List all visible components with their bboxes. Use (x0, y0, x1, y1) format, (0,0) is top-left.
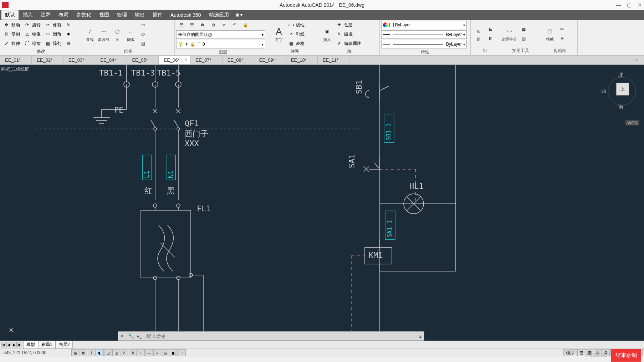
lwt-toggle[interactable]: — (145, 349, 153, 356)
measure-button[interactable]: ⟷定距等分 (501, 25, 518, 43)
offset-button[interactable]: ⊟ (63, 39, 73, 48)
menu-tab-layout[interactable]: 布局 (55, 10, 72, 20)
color-dropdown[interactable]: ByLayer▾ (381, 21, 467, 29)
util-1-button[interactable]: ▦ (518, 25, 528, 33)
erase-button[interactable]: ✎ (63, 21, 73, 29)
linear-dim-button[interactable]: ⟷线性 (286, 21, 306, 29)
lineweight-dropdown[interactable]: ByLayer▾ (381, 30, 467, 39)
tab-next-button[interactable]: ▶ (12, 342, 17, 347)
doc-tab[interactable]: EE_04* (95, 56, 127, 64)
layer-prev-button[interactable]: ↶ (230, 21, 240, 29)
view-cube[interactable]: 北 西 南 上 WCS (601, 72, 640, 125)
ungroup-button[interactable]: ⊟ (486, 25, 496, 33)
rectangle-button[interactable]: ▭ (138, 21, 148, 29)
create-block-button[interactable]: ✚创建 (334, 21, 363, 29)
command-input[interactable] (144, 333, 417, 339)
snap-toggle[interactable]: ▦ (71, 349, 79, 356)
layer-freeze-button[interactable]: ❄ (198, 21, 208, 29)
menu-tab-a360[interactable]: Autodesk 360 (167, 11, 205, 19)
cmdline-options-button[interactable]: 🔧 (127, 333, 135, 339)
hatch-button[interactable]: ▤ (138, 39, 148, 48)
layer-match-button[interactable]: ≋ (219, 21, 229, 29)
close-button[interactable]: ✕ (637, 2, 643, 8)
drawing-canvas[interactable] (0, 65, 644, 341)
trim-button[interactable]: ✂修剪 (43, 21, 63, 29)
stretch-button[interactable]: ⤢拉伸 (1, 39, 21, 48)
util-2-button[interactable]: ▤ (518, 34, 528, 43)
menu-tab-default[interactable]: 默认 (1, 10, 19, 20)
insert-block-button[interactable]: ▣插入 (321, 26, 333, 43)
ortho-toggle[interactable]: ⊥ (88, 349, 96, 356)
doc-tab[interactable]: EE_08* (223, 56, 254, 64)
ellipse-button[interactable]: ⬭ (138, 30, 148, 38)
table-button[interactable]: ▦表格 (286, 39, 306, 48)
doc-tab[interactable]: EE_11* (318, 56, 349, 64)
mirror-button[interactable]: ⧋镜像 (22, 30, 42, 38)
tab-last-button[interactable]: ⏭ (17, 342, 22, 347)
layer-lock-button[interactable]: 🔒 (240, 21, 250, 29)
array-button[interactable]: ▦阵列 (43, 39, 63, 48)
move-button[interactable]: ✥移动 (1, 21, 21, 29)
scale-button[interactable]: ⛶缩放 (22, 39, 42, 48)
doc-tab[interactable]: EE_05* (127, 56, 159, 64)
doc-tab[interactable]: EE_09* (254, 56, 286, 64)
layer-state-dropdown[interactable]: 未保存的图层状态▾ (176, 30, 265, 39)
otrack-toggle[interactable]: ∠ (121, 349, 128, 356)
layer-props-button[interactable]: ☰ (176, 21, 186, 29)
cube-top-face[interactable]: 上 (616, 83, 629, 95)
rotate-button[interactable]: ⟳旋转 (22, 21, 42, 29)
doc-tab[interactable]: EE_02* (32, 56, 63, 64)
copy-button[interactable]: ⎘复制 (1, 30, 21, 38)
text-button[interactable]: A文字 (272, 26, 285, 43)
menu-tab-annotate[interactable]: 注释 (37, 10, 54, 20)
menu-tab-view[interactable]: 视图 (96, 10, 113, 20)
grid-toggle[interactable]: ⊞ (80, 349, 87, 356)
ducs-toggle[interactable]: ↯ (129, 349, 137, 356)
group-button[interactable]: ⊞组 (472, 25, 485, 43)
cube-west[interactable]: 西 (601, 88, 606, 94)
doc-tab[interactable]: EE_07* (191, 56, 223, 64)
paste-button[interactable]: 📋粘贴 (543, 25, 556, 43)
sc-toggle[interactable]: ◧ (170, 349, 178, 356)
qp-toggle[interactable]: ▤ (162, 349, 169, 356)
edit-block-button[interactable]: ✎编辑 (334, 30, 363, 38)
ribbon-visibility-toggle[interactable]: ▣ ▾ (235, 12, 242, 17)
line-button[interactable]: ╱直线 (83, 26, 96, 43)
close-icon[interactable]: ✕ (184, 57, 188, 62)
menu-tab-parametric[interactable]: 参数化 (73, 10, 95, 20)
close-cmdline-button[interactable]: ✕ (118, 333, 127, 339)
polar-toggle[interactable]: ◐ (96, 349, 104, 356)
layer-dropdown[interactable]: 💡 ☀ 🔓 0▾ (176, 40, 265, 48)
doc-tab[interactable]: EE_01* (0, 56, 32, 64)
leader-button[interactable]: ↗引线 (286, 30, 306, 38)
doc-tab[interactable]: EE_06*✕ (159, 56, 190, 64)
circle-button[interactable]: ◯圆 (111, 26, 124, 43)
tab-prev-button[interactable]: ◀ (6, 342, 11, 347)
cube-north[interactable]: 北 (618, 72, 623, 78)
osnap-toggle[interactable]: ◻ (104, 349, 112, 356)
doc-tab[interactable]: EE_10* (286, 56, 318, 64)
menu-tab-output[interactable]: 输出 (131, 10, 148, 20)
edit-attr-button[interactable]: ✐编辑属性 (334, 39, 363, 48)
doc-tab[interactable]: EE_03* (63, 56, 95, 64)
cmdline-history-button[interactable]: ▴ (417, 333, 424, 340)
am-toggle[interactable]: ↔ (178, 349, 186, 356)
polyline-button[interactable]: 〰多段线 (97, 26, 110, 43)
layer-iso-button[interactable]: ☱ (187, 21, 197, 29)
minimize-button[interactable]: — (615, 2, 621, 8)
layer-off-button[interactable]: ⊘ (208, 21, 218, 29)
menu-tab-insert[interactable]: 插入 (19, 10, 36, 20)
tab-first-button[interactable]: ⏮ (1, 342, 6, 347)
new-tab-button[interactable]: ＋ (634, 56, 640, 64)
layout1-tab[interactable]: 布局1 (38, 341, 56, 349)
model-tab[interactable]: 模型 (23, 341, 38, 349)
3dosnap-toggle[interactable]: ◫ (112, 349, 120, 356)
fillet-button[interactable]: ◠圆角 (43, 30, 63, 38)
arc-button[interactable]: ◡圆弧 (124, 26, 137, 43)
tpy-toggle[interactable]: ≡ (153, 349, 161, 356)
menu-tab-manage[interactable]: 管理 (113, 10, 131, 20)
maximize-button[interactable]: ▢ (626, 2, 632, 8)
layout2-tab[interactable]: 布局2 (56, 341, 73, 349)
cut-button[interactable]: ✂ (557, 25, 567, 33)
linetype-dropdown[interactable]: ByLayer▾ (381, 40, 467, 48)
